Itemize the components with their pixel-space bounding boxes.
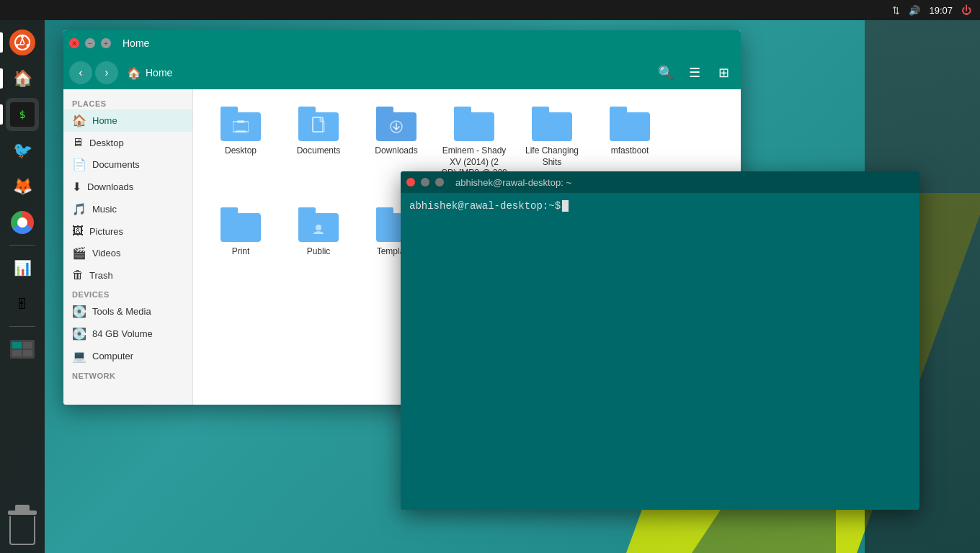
terminal-cursor bbox=[562, 200, 569, 212]
sidebar-item-downloads[interactable]: ⬇ Downloads bbox=[63, 176, 192, 198]
sidebar-item-videos[interactable]: 🎬 Videos bbox=[63, 242, 192, 264]
sidebar-desktop-label: Desktop bbox=[89, 138, 124, 148]
downloads-sidebar-icon: ⬇ bbox=[72, 180, 81, 194]
folder-print-label: Print bbox=[232, 246, 250, 258]
folder-print[interactable]: Print bbox=[205, 202, 277, 264]
documents-sidebar-icon: 📄 bbox=[72, 158, 86, 171]
terminal-maximize-button[interactable] bbox=[435, 178, 444, 186]
dock-bottom bbox=[6, 514, 39, 547]
menu-button[interactable]: ☰ bbox=[683, 61, 706, 84]
folder-documents[interactable]: Documents bbox=[282, 101, 355, 196]
dock: 🏠 $ 🐦 🦊 📊 🎚 bbox=[0, 20, 45, 553]
sidebar-pictures-label: Pictures bbox=[89, 226, 123, 237]
sidebar-item-trash[interactable]: 🗑 Trash bbox=[63, 264, 192, 286]
folder-print-icon bbox=[220, 207, 261, 242]
terminal-title: abhishek@rawal-desktop: ~ bbox=[455, 177, 571, 188]
sidebar-item-music[interactable]: 🎵 Music bbox=[63, 198, 192, 220]
svg-point-3 bbox=[27, 44, 30, 47]
maximize-button[interactable]: + bbox=[101, 38, 111, 48]
sidebar-item-documents[interactable]: 📄 Documents bbox=[63, 153, 192, 176]
sidebar-item-84gb[interactable]: 💽 84 GB Volume bbox=[63, 323, 192, 345]
music-sidebar-icon: 🎵 bbox=[72, 202, 86, 216]
tools-media-icon: 💽 bbox=[72, 305, 86, 318]
sidebar-item-pictures[interactable]: 🖼 Pictures bbox=[63, 220, 192, 242]
folder-downloads-label: Downloads bbox=[375, 145, 417, 157]
folder-desktop-label: Desktop bbox=[225, 145, 257, 157]
folder-life-changing-icon bbox=[532, 107, 572, 141]
dock-separator bbox=[9, 245, 35, 246]
svg-point-2 bbox=[16, 44, 19, 47]
forward-button[interactable]: › bbox=[95, 61, 118, 84]
folder-documents-label: Documents bbox=[297, 145, 341, 157]
minimize-button[interactable]: − bbox=[85, 38, 95, 48]
view-toggle-button[interactable]: ⊞ bbox=[712, 61, 735, 84]
sidebar-computer-label: Computer bbox=[92, 351, 133, 361]
dock-item-firefox[interactable]: 🦊 bbox=[6, 170, 39, 203]
sidebar-videos-label: Videos bbox=[92, 248, 121, 258]
folder-desktop[interactable]: Desktop bbox=[205, 101, 277, 196]
sidebar-music-label: Music bbox=[92, 204, 117, 215]
dock-item-workspace[interactable] bbox=[6, 333, 39, 366]
terminal-close-button[interactable] bbox=[406, 178, 415, 186]
dock-item-monitor[interactable]: 📊 bbox=[6, 251, 39, 284]
folder-mfastboot-label: mfastboot bbox=[611, 145, 649, 157]
dock-item-mixer[interactable]: 🎚 bbox=[6, 287, 39, 320]
terminal-body[interactable]: abhishek@rawal-desktop:~$ bbox=[401, 193, 919, 510]
fm-titlebar: ✕ − + Home bbox=[63, 30, 741, 56]
svg-point-12 bbox=[316, 225, 321, 230]
dock-item-trash[interactable] bbox=[6, 514, 39, 547]
videos-sidebar-icon: 🎬 bbox=[72, 246, 86, 260]
svg-line-5 bbox=[22, 38, 24, 45]
terminal-window: abhishek@rawal-desktop: ~ abhishek@rawal… bbox=[401, 171, 919, 510]
trash-icon bbox=[9, 516, 35, 545]
sidebar-item-computer[interactable]: 💻 Computer bbox=[63, 345, 192, 367]
terminal-prompt: abhishek@rawal-desktop:~$ bbox=[409, 200, 911, 212]
folder-documents-icon bbox=[298, 107, 339, 141]
folder-desktop-icon bbox=[220, 107, 261, 141]
folder-public-label: Public bbox=[307, 246, 331, 258]
network-icon: ⇅ bbox=[892, 5, 900, 16]
close-button[interactable]: ✕ bbox=[69, 38, 79, 48]
home-icon: 🏠 bbox=[127, 66, 141, 80]
svg-rect-7 bbox=[233, 122, 249, 132]
system-time: 19:07 bbox=[929, 5, 953, 16]
sidebar-84gb-label: 84 GB Volume bbox=[92, 328, 153, 339]
folder-public[interactable]: Public bbox=[282, 202, 355, 264]
sidebar-item-desktop[interactable]: 🖥 Desktop bbox=[63, 132, 192, 153]
computer-icon: 💻 bbox=[72, 349, 86, 363]
ubuntu-logo bbox=[9, 30, 35, 55]
terminal-titlebar: abhishek@rawal-desktop: ~ bbox=[401, 171, 919, 193]
folder-public-icon bbox=[298, 207, 339, 242]
svg-line-4 bbox=[20, 38, 22, 45]
volume-icon: 🔊 bbox=[909, 5, 920, 16]
sidebar-downloads-label: Downloads bbox=[87, 181, 133, 192]
sidebar-home-label: Home bbox=[92, 115, 117, 126]
dock-item-files[interactable]: 🏠 bbox=[6, 62, 39, 95]
folder-life-changing-label: Life Changing Shits bbox=[519, 145, 585, 168]
svg-point-1 bbox=[21, 35, 24, 38]
dock-item-chrome[interactable] bbox=[6, 206, 39, 239]
topbar: ⇅ 🔊 19:07 ⏻ bbox=[0, 0, 980, 20]
sidebar-tools-media-label: Tools & Media bbox=[92, 306, 151, 317]
terminal-prompt-text: abhishek@rawal-desktop:~$ bbox=[409, 200, 561, 212]
sidebar-item-home[interactable]: 🏠 Home bbox=[63, 109, 192, 132]
sidebar-documents-label: Documents bbox=[92, 159, 140, 170]
dock-item-tweety[interactable]: 🐦 bbox=[6, 134, 39, 167]
folder-downloads-icon bbox=[376, 107, 416, 141]
power-icon[interactable]: ⏻ bbox=[961, 4, 971, 16]
location-bar: 🏠 Home bbox=[127, 66, 172, 80]
dock-item-terminal[interactable]: $ bbox=[6, 98, 39, 131]
svg-rect-9 bbox=[236, 130, 246, 132]
folder-eminem-icon bbox=[454, 107, 494, 141]
location-text: Home bbox=[146, 67, 172, 78]
folder-mfastboot-icon bbox=[610, 107, 650, 141]
sidebar-item-tools-media[interactable]: 💽 Tools & Media bbox=[63, 300, 192, 323]
network-label: Network bbox=[63, 367, 192, 382]
dock-item-ubuntu[interactable] bbox=[6, 26, 39, 59]
terminal-minimize-button[interactable] bbox=[421, 178, 429, 186]
back-button[interactable]: ‹ bbox=[69, 61, 92, 84]
search-button[interactable]: 🔍 bbox=[654, 61, 677, 84]
trash-sidebar-icon: 🗑 bbox=[72, 269, 84, 282]
places-label: Places bbox=[63, 95, 192, 109]
fm-sidebar: Places 🏠 Home 🖥 Desktop 📄 Documents ⬇ Do… bbox=[63, 89, 193, 405]
